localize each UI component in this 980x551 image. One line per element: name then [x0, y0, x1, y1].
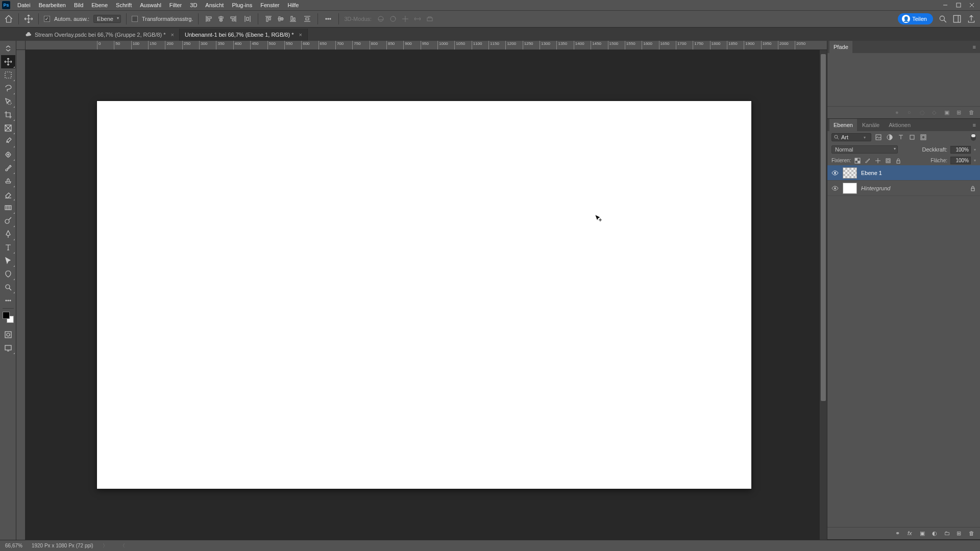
ruler-origin[interactable] [16, 41, 26, 50]
close-tab-icon[interactable]: × [171, 32, 174, 38]
menu-schrift[interactable]: Schrift [112, 0, 136, 10]
layer-name[interactable]: Ebene 1 [861, 170, 882, 176]
lock-artboard-icon[interactable] [885, 157, 892, 164]
menu-datei[interactable]: Datei [13, 0, 35, 10]
workspace-icon[interactable] [952, 14, 962, 23]
layers-panel-menu-icon[interactable]: ≡ [971, 122, 978, 128]
shape-tool[interactable] [1, 267, 15, 281]
auto-select-target-dropdown[interactable]: Ebene [93, 15, 121, 23]
path-select-tool[interactable] [1, 254, 15, 267]
window-maximize[interactable] [952, 1, 965, 9]
menu-fenster[interactable]: Fenster [256, 0, 283, 10]
pen-tool[interactable] [1, 228, 15, 241]
new-layer-icon[interactable]: ⊞ [957, 530, 964, 537]
layer-fx-icon[interactable]: fx [908, 530, 915, 537]
status-prev-icon[interactable]: 〈 [120, 542, 125, 549]
path-to-selection-icon[interactable]: ◌ [920, 109, 927, 116]
adjustment-layer-icon[interactable]: ◐ [932, 530, 939, 537]
foreground-color-swatch[interactable] [3, 312, 10, 319]
menu-bearbeiten[interactable]: Bearbeiten [35, 0, 70, 10]
lock-position-icon[interactable] [874, 157, 881, 164]
link-layers-icon[interactable]: ⚭ [895, 530, 902, 537]
menu-ansicht[interactable]: Ansicht [201, 0, 228, 10]
menu-hilfe[interactable]: Hilfe [283, 0, 303, 10]
filter-shape-icon[interactable] [908, 133, 916, 141]
filter-smart-icon[interactable] [919, 133, 927, 141]
quick-select-tool[interactable] [1, 95, 15, 108]
lock-all-icon[interactable] [895, 157, 902, 164]
filter-pixel-icon[interactable] [874, 133, 883, 141]
window-close[interactable] [966, 1, 978, 9]
status-chevron-icon[interactable]: 〉 [103, 542, 108, 549]
blend-mode-dropdown[interactable]: Normal [831, 145, 898, 154]
more-tools-icon[interactable] [1, 294, 15, 307]
layer-visibility-icon[interactable] [831, 169, 839, 177]
move-tool[interactable] [1, 55, 15, 68]
export-icon[interactable] [967, 14, 976, 23]
transform-controls-checkbox[interactable] [132, 16, 138, 22]
align-hcenter-icon[interactable] [216, 14, 226, 24]
home-icon[interactable] [4, 14, 13, 23]
menu-filter[interactable]: Filter [165, 0, 186, 10]
new-path-icon[interactable]: ⊞ [957, 109, 964, 116]
delete-layer-icon[interactable]: 🗑 [969, 530, 976, 537]
share-button[interactable]: 👤 Teilen [898, 13, 933, 24]
fill-path-icon[interactable]: ● [895, 109, 902, 116]
tool-tab-toggle[interactable] [1, 42, 15, 55]
fill-input[interactable] [950, 157, 971, 164]
color-swatches[interactable] [3, 312, 14, 323]
layer-row[interactable]: Ebene 1 [827, 165, 980, 181]
type-tool[interactable] [1, 241, 15, 254]
align-bottom-icon[interactable] [288, 14, 298, 24]
lock-pixels-icon[interactable] [864, 157, 871, 164]
channels-tab[interactable]: Kanäle [858, 119, 884, 131]
paths-panel-menu-icon[interactable]: ≡ [971, 44, 978, 50]
menu-bild[interactable]: Bild [70, 0, 87, 10]
align-right-icon[interactable] [228, 14, 238, 24]
layer-visibility-icon[interactable] [831, 185, 839, 192]
doc-dimensions[interactable]: 1920 Px x 1080 Px (72 ppi) [32, 543, 93, 548]
menu-plug-ins[interactable]: Plug-ins [228, 0, 256, 10]
menu-auswahl[interactable]: Auswahl [136, 0, 165, 10]
layer-thumbnail[interactable] [843, 167, 857, 179]
canvas-area[interactable]: 0501001502002503003504004505005506006507… [16, 41, 827, 540]
canvas[interactable] [97, 101, 751, 489]
layer-mask-icon[interactable]: ▣ [920, 530, 927, 537]
distribute-v-icon[interactable] [302, 14, 312, 24]
document-tab[interactable]: Unbenannt-1 bei 66,7% (Ebene 1, RGB/8) *… [180, 29, 308, 41]
window-minimize[interactable] [939, 1, 951, 9]
align-left-icon[interactable] [204, 14, 214, 24]
frame-tool[interactable] [1, 121, 15, 135]
layer-row[interactable]: Hintergrund [827, 181, 980, 196]
filter-type-icon[interactable] [897, 133, 905, 141]
layer-name[interactable]: Hintergrund [861, 185, 890, 191]
add-mask-icon[interactable]: ▣ [944, 109, 951, 116]
crop-tool[interactable] [1, 108, 15, 121]
healing-tool[interactable] [1, 148, 15, 161]
vertical-ruler[interactable] [16, 50, 26, 540]
horizontal-ruler[interactable]: 0501001502002503003504004505005506006507… [26, 41, 827, 50]
paths-tab[interactable]: Pfade [829, 41, 852, 53]
screen-mode-tool[interactable] [1, 341, 15, 355]
selection-to-path-icon[interactable]: ◇ [932, 109, 939, 116]
align-vcenter-icon[interactable] [276, 14, 286, 24]
close-tab-icon[interactable]: × [299, 32, 302, 38]
distribute-h-icon[interactable] [242, 14, 253, 24]
align-top-icon[interactable] [263, 14, 274, 24]
clone-stamp-tool[interactable] [1, 174, 15, 188]
zoom-level[interactable]: 66,67% [5, 543, 22, 548]
lasso-tool[interactable] [1, 82, 15, 95]
filter-toggle[interactable] [971, 134, 976, 141]
quick-mask-tool[interactable] [1, 328, 15, 341]
delete-path-icon[interactable]: 🗑 [969, 109, 976, 116]
menu-3d[interactable]: 3D [186, 0, 201, 10]
eraser-tool[interactable] [1, 188, 15, 201]
layer-filter-input[interactable] [841, 134, 862, 140]
vertical-scrollbar[interactable] [820, 50, 827, 540]
menu-ebene[interactable]: Ebene [87, 0, 112, 10]
document-tab[interactable]: Stream Overlay.psdc bei 66,7% (Gruppe 2,… [20, 29, 180, 41]
search-icon[interactable] [938, 14, 947, 23]
gradient-tool[interactable] [1, 201, 15, 214]
filter-adjust-icon[interactable] [886, 133, 894, 141]
lock-transparency-icon[interactable] [854, 157, 861, 164]
